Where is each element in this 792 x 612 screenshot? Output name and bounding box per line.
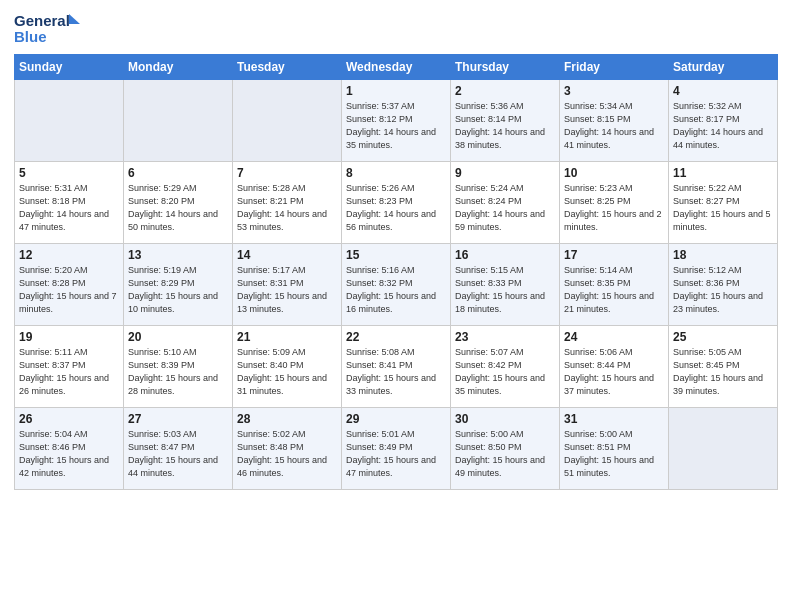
calendar-cell: 15Sunrise: 5:16 AM Sunset: 8:32 PM Dayli… bbox=[342, 244, 451, 326]
calendar-cell: 1Sunrise: 5:37 AM Sunset: 8:12 PM Daylig… bbox=[342, 80, 451, 162]
day-header-tuesday: Tuesday bbox=[233, 55, 342, 80]
day-number: 9 bbox=[455, 166, 555, 180]
day-info: Sunrise: 5:12 AM Sunset: 8:36 PM Dayligh… bbox=[673, 264, 773, 316]
day-header-saturday: Saturday bbox=[669, 55, 778, 80]
day-number: 14 bbox=[237, 248, 337, 262]
day-info: Sunrise: 5:05 AM Sunset: 8:45 PM Dayligh… bbox=[673, 346, 773, 398]
svg-text:Blue: Blue bbox=[14, 28, 47, 45]
day-info: Sunrise: 5:29 AM Sunset: 8:20 PM Dayligh… bbox=[128, 182, 228, 234]
day-number: 6 bbox=[128, 166, 228, 180]
svg-marker-2 bbox=[69, 14, 80, 24]
calendar-cell: 13Sunrise: 5:19 AM Sunset: 8:29 PM Dayli… bbox=[124, 244, 233, 326]
day-number: 5 bbox=[19, 166, 119, 180]
day-info: Sunrise: 5:19 AM Sunset: 8:29 PM Dayligh… bbox=[128, 264, 228, 316]
calendar-cell: 12Sunrise: 5:20 AM Sunset: 8:28 PM Dayli… bbox=[15, 244, 124, 326]
day-number: 13 bbox=[128, 248, 228, 262]
day-number: 27 bbox=[128, 412, 228, 426]
day-number: 23 bbox=[455, 330, 555, 344]
day-header-sunday: Sunday bbox=[15, 55, 124, 80]
calendar-cell: 21Sunrise: 5:09 AM Sunset: 8:40 PM Dayli… bbox=[233, 326, 342, 408]
day-header-wednesday: Wednesday bbox=[342, 55, 451, 80]
day-number: 4 bbox=[673, 84, 773, 98]
calendar-cell: 26Sunrise: 5:04 AM Sunset: 8:46 PM Dayli… bbox=[15, 408, 124, 490]
calendar-week-row: 5Sunrise: 5:31 AM Sunset: 8:18 PM Daylig… bbox=[15, 162, 778, 244]
day-info: Sunrise: 5:15 AM Sunset: 8:33 PM Dayligh… bbox=[455, 264, 555, 316]
calendar-cell: 20Sunrise: 5:10 AM Sunset: 8:39 PM Dayli… bbox=[124, 326, 233, 408]
day-number: 25 bbox=[673, 330, 773, 344]
day-info: Sunrise: 5:07 AM Sunset: 8:42 PM Dayligh… bbox=[455, 346, 555, 398]
header: GeneralBlue bbox=[14, 10, 778, 46]
calendar-cell: 30Sunrise: 5:00 AM Sunset: 8:50 PM Dayli… bbox=[451, 408, 560, 490]
day-info: Sunrise: 5:22 AM Sunset: 8:27 PM Dayligh… bbox=[673, 182, 773, 234]
day-number: 15 bbox=[346, 248, 446, 262]
day-header-friday: Friday bbox=[560, 55, 669, 80]
day-info: Sunrise: 5:00 AM Sunset: 8:51 PM Dayligh… bbox=[564, 428, 664, 480]
day-info: Sunrise: 5:26 AM Sunset: 8:23 PM Dayligh… bbox=[346, 182, 446, 234]
day-number: 1 bbox=[346, 84, 446, 98]
calendar-cell: 3Sunrise: 5:34 AM Sunset: 8:15 PM Daylig… bbox=[560, 80, 669, 162]
calendar-cell bbox=[124, 80, 233, 162]
day-header-thursday: Thursday bbox=[451, 55, 560, 80]
day-info: Sunrise: 5:31 AM Sunset: 8:18 PM Dayligh… bbox=[19, 182, 119, 234]
day-info: Sunrise: 5:20 AM Sunset: 8:28 PM Dayligh… bbox=[19, 264, 119, 316]
day-info: Sunrise: 5:32 AM Sunset: 8:17 PM Dayligh… bbox=[673, 100, 773, 152]
day-info: Sunrise: 5:34 AM Sunset: 8:15 PM Dayligh… bbox=[564, 100, 664, 152]
day-info: Sunrise: 5:24 AM Sunset: 8:24 PM Dayligh… bbox=[455, 182, 555, 234]
calendar-week-row: 26Sunrise: 5:04 AM Sunset: 8:46 PM Dayli… bbox=[15, 408, 778, 490]
day-info: Sunrise: 5:03 AM Sunset: 8:47 PM Dayligh… bbox=[128, 428, 228, 480]
day-number: 2 bbox=[455, 84, 555, 98]
day-number: 7 bbox=[237, 166, 337, 180]
calendar-cell: 4Sunrise: 5:32 AM Sunset: 8:17 PM Daylig… bbox=[669, 80, 778, 162]
day-number: 17 bbox=[564, 248, 664, 262]
svg-text:General: General bbox=[14, 12, 70, 29]
calendar-header-row: SundayMondayTuesdayWednesdayThursdayFrid… bbox=[15, 55, 778, 80]
calendar-week-row: 12Sunrise: 5:20 AM Sunset: 8:28 PM Dayli… bbox=[15, 244, 778, 326]
calendar-cell: 27Sunrise: 5:03 AM Sunset: 8:47 PM Dayli… bbox=[124, 408, 233, 490]
calendar-cell bbox=[233, 80, 342, 162]
day-number: 19 bbox=[19, 330, 119, 344]
calendar-week-row: 19Sunrise: 5:11 AM Sunset: 8:37 PM Dayli… bbox=[15, 326, 778, 408]
day-info: Sunrise: 5:00 AM Sunset: 8:50 PM Dayligh… bbox=[455, 428, 555, 480]
day-info: Sunrise: 5:02 AM Sunset: 8:48 PM Dayligh… bbox=[237, 428, 337, 480]
day-info: Sunrise: 5:28 AM Sunset: 8:21 PM Dayligh… bbox=[237, 182, 337, 234]
calendar-cell bbox=[15, 80, 124, 162]
day-number: 30 bbox=[455, 412, 555, 426]
calendar-cell: 25Sunrise: 5:05 AM Sunset: 8:45 PM Dayli… bbox=[669, 326, 778, 408]
calendar-cell: 7Sunrise: 5:28 AM Sunset: 8:21 PM Daylig… bbox=[233, 162, 342, 244]
calendar-cell: 22Sunrise: 5:08 AM Sunset: 8:41 PM Dayli… bbox=[342, 326, 451, 408]
day-info: Sunrise: 5:10 AM Sunset: 8:39 PM Dayligh… bbox=[128, 346, 228, 398]
calendar-cell: 31Sunrise: 5:00 AM Sunset: 8:51 PM Dayli… bbox=[560, 408, 669, 490]
day-info: Sunrise: 5:16 AM Sunset: 8:32 PM Dayligh… bbox=[346, 264, 446, 316]
day-info: Sunrise: 5:01 AM Sunset: 8:49 PM Dayligh… bbox=[346, 428, 446, 480]
calendar-cell: 8Sunrise: 5:26 AM Sunset: 8:23 PM Daylig… bbox=[342, 162, 451, 244]
day-number: 8 bbox=[346, 166, 446, 180]
day-number: 22 bbox=[346, 330, 446, 344]
day-number: 16 bbox=[455, 248, 555, 262]
day-number: 26 bbox=[19, 412, 119, 426]
day-number: 24 bbox=[564, 330, 664, 344]
calendar-cell: 29Sunrise: 5:01 AM Sunset: 8:49 PM Dayli… bbox=[342, 408, 451, 490]
day-info: Sunrise: 5:04 AM Sunset: 8:46 PM Dayligh… bbox=[19, 428, 119, 480]
calendar-week-row: 1Sunrise: 5:37 AM Sunset: 8:12 PM Daylig… bbox=[15, 80, 778, 162]
day-number: 3 bbox=[564, 84, 664, 98]
logo: GeneralBlue bbox=[14, 10, 84, 46]
calendar-cell: 23Sunrise: 5:07 AM Sunset: 8:42 PM Dayli… bbox=[451, 326, 560, 408]
day-number: 18 bbox=[673, 248, 773, 262]
day-number: 28 bbox=[237, 412, 337, 426]
day-info: Sunrise: 5:36 AM Sunset: 8:14 PM Dayligh… bbox=[455, 100, 555, 152]
day-number: 31 bbox=[564, 412, 664, 426]
day-number: 11 bbox=[673, 166, 773, 180]
calendar-cell: 18Sunrise: 5:12 AM Sunset: 8:36 PM Dayli… bbox=[669, 244, 778, 326]
day-info: Sunrise: 5:17 AM Sunset: 8:31 PM Dayligh… bbox=[237, 264, 337, 316]
calendar-table: SundayMondayTuesdayWednesdayThursdayFrid… bbox=[14, 54, 778, 490]
calendar-cell: 6Sunrise: 5:29 AM Sunset: 8:20 PM Daylig… bbox=[124, 162, 233, 244]
day-info: Sunrise: 5:37 AM Sunset: 8:12 PM Dayligh… bbox=[346, 100, 446, 152]
day-info: Sunrise: 5:08 AM Sunset: 8:41 PM Dayligh… bbox=[346, 346, 446, 398]
day-info: Sunrise: 5:23 AM Sunset: 8:25 PM Dayligh… bbox=[564, 182, 664, 234]
calendar-cell: 17Sunrise: 5:14 AM Sunset: 8:35 PM Dayli… bbox=[560, 244, 669, 326]
day-header-monday: Monday bbox=[124, 55, 233, 80]
calendar-cell: 19Sunrise: 5:11 AM Sunset: 8:37 PM Dayli… bbox=[15, 326, 124, 408]
calendar-cell: 5Sunrise: 5:31 AM Sunset: 8:18 PM Daylig… bbox=[15, 162, 124, 244]
calendar-cell: 9Sunrise: 5:24 AM Sunset: 8:24 PM Daylig… bbox=[451, 162, 560, 244]
day-info: Sunrise: 5:14 AM Sunset: 8:35 PM Dayligh… bbox=[564, 264, 664, 316]
